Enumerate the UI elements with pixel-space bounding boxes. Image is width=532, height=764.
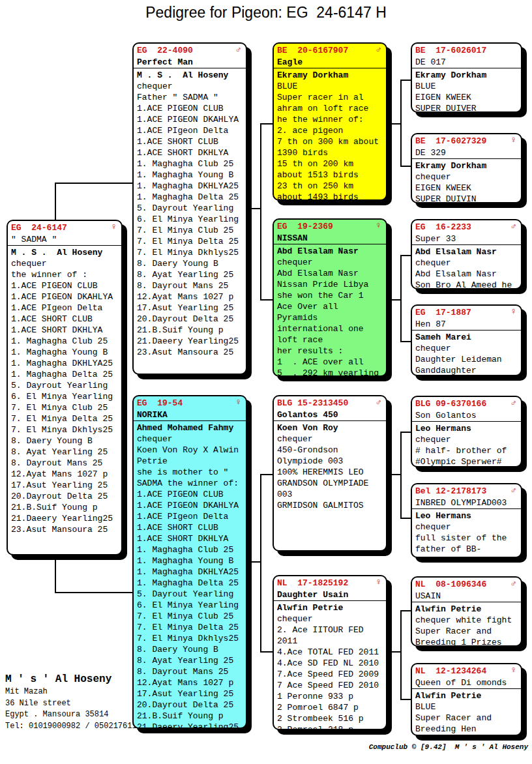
box-body: Leo Hermanschequerfull sister of thefath… (412, 509, 521, 555)
detail-line: Petrie (137, 456, 243, 467)
detail-line: 12.Ayat Mans 1027 p (137, 677, 243, 688)
detail-line: 8. Daery Young B (11, 435, 118, 447)
detail-line: 2 Pomroel 218 p (277, 724, 383, 730)
connector-line (400, 166, 411, 167)
detail-line: 1.ACE PIgeon Delta (137, 125, 243, 136)
ring-number: Bel 12-2178173 (415, 485, 518, 497)
detail-line: BLUE (415, 81, 518, 92)
detail-line: Abd Elsalam Nasr (415, 269, 518, 280)
detail-line: 21.Daeery Yearling25 (137, 336, 243, 347)
detail-line: 7. El Minya Delta 25 (11, 413, 118, 424)
detail-line: chequer (415, 343, 518, 354)
breeder-name: Abd Elsalam Nasr (277, 246, 383, 257)
detail-line: chequer (277, 613, 383, 624)
connector-line (400, 80, 402, 167)
detail-line: 1. Maghagha DKHLYA25 (137, 181, 243, 192)
ring-number: EG 22-4090 (137, 44, 243, 57)
box-body: Alwfin Petriechequer2. Ace IITOUR FED201… (274, 601, 386, 730)
detail-line: 20.Dayrout Delta 25 (11, 491, 118, 502)
pedigree-box-sd: EG 19-2369♀NISSANAbd Elsalam Nasrchequer… (273, 218, 387, 377)
breeder-name: Leo Hermans (415, 423, 518, 434)
box-header: EG 22-4090♂Perfect Man (134, 44, 246, 68)
detail-line: 6. El Minya Yearling (137, 214, 243, 225)
detail-line: 4.Ace TOTAL FED 2011 (277, 647, 383, 658)
pedigree-box-ssd: BE 17-6027329♀DE 329Ekramy Dorkhamcheque… (411, 133, 522, 203)
detail-line: 1. Maghagha Delta 25 (137, 578, 243, 589)
box-body: Ekramy DorkhamBLUESuper racer in alahram… (274, 68, 386, 201)
detail-line: GRANDSON OLYMPIADE (277, 478, 383, 489)
box-header: BE 17-6026017DE 017 (412, 44, 521, 68)
detail-line: loft race (277, 334, 383, 345)
detail-line: Son Bro Al Ameed he (415, 280, 518, 289)
detail-line: 21.B.Suif Young p (137, 711, 243, 722)
detail-line: 8. Dayrout Mans 25 (137, 280, 243, 291)
detail-line: 7 th on 300 km about (277, 136, 383, 147)
detail-line: chequer (415, 434, 518, 445)
detail-line: 1. Maghagha DKHLYA25 (11, 358, 118, 369)
breeder-name: Ahmed Mohamed Fahmy (137, 422, 243, 433)
detail-line: 1. Maghagha Young B (11, 347, 118, 358)
box-header: EG 24-6147♀" SADMA " (8, 221, 121, 246)
detail-line: 6. El Minya Yearling (11, 391, 118, 402)
detail-line: GRMIDSON GALMITOS (277, 500, 383, 511)
box-header: BE 17-6027329♀DE 329 (412, 134, 521, 159)
detail-line: 7 Ace Speed FED 2010 (277, 680, 383, 691)
box-header: EG 19-2369♀NISSAN (274, 220, 386, 244)
detail-line: 2. Ace IITOUR FED (277, 624, 383, 636)
detail-line: 4.Ace SD FED NL 2010 (277, 658, 383, 669)
pigeon-name: Perfect Man (137, 57, 243, 68)
detail-line: 7. El Minya Club 25 (11, 402, 118, 413)
detail-line: chequer (137, 81, 243, 92)
detail-line: SUPER DUIVIN (415, 194, 518, 203)
detail-line: he the winner of: (277, 114, 383, 125)
pigeon-name: NISSAN (277, 233, 383, 244)
connector-line (387, 123, 401, 125)
breeder-name: Alwfin Petrie (277, 602, 383, 613)
detail-line: 2. ace pigeon (277, 125, 383, 136)
detail-line: 1. Maghagha Young B (137, 169, 243, 181)
detail-line: 7. El Minya Delta 25 (137, 622, 243, 633)
connector-line (260, 651, 273, 653)
detail-line: 1.ACE SHORT CLUB (11, 314, 118, 325)
male-icon: ♂ (511, 579, 516, 588)
detail-line: 1.ACE PIGEON DKAHLYA (137, 114, 243, 125)
connector-line (400, 699, 411, 700)
box-header: EG 19-54♀NORIKA (134, 396, 246, 421)
detail-line: Breeding 1 Prizes (415, 637, 518, 647)
detail-line: 7.Ace Speed FED 2009 (277, 669, 383, 680)
detail-line: full sister of the (415, 533, 518, 544)
detail-line: 21.Daeery Yearling25 (137, 722, 243, 729)
pigeon-name: NORIKA (137, 409, 243, 420)
pedigree-box-dds: NL 08-1096346♂USAINAlwfin Petriechequer … (411, 576, 522, 647)
connector-line (55, 183, 56, 221)
owner-address-line: 36 Nile street (5, 698, 146, 710)
box-body: Ahmed Mohamed FahmychequerKoen Von Roy X… (134, 421, 246, 729)
detail-line: 8. Ayat Yearling 25 (11, 447, 118, 458)
detail-line: 450-Grondson (277, 445, 383, 456)
detail-line: Pyramids (277, 312, 383, 323)
female-icon: ♀ (511, 136, 516, 145)
detail-line: 8. Ayat Yearling 25 (137, 269, 243, 280)
box-body: M . S . Al Hosenychequerthe winner of :1… (8, 246, 121, 535)
detail-line: 1 Peronne 933 p (277, 691, 383, 702)
box-body: Ekramy DorkhamBLUEEIGEN KWEEKSUPER DUIVE… (412, 68, 521, 113)
detail-line: Super racer in al (277, 92, 383, 103)
box-header: BLG 15-2313450♂Golantos 450 (274, 396, 386, 421)
software-credit: Compuclub © [9.42] M ' s ' Al Hoseny (369, 743, 528, 751)
detail-line: the winner of : (11, 269, 118, 280)
breeder-name: M . S . Al Hoseny (11, 247, 118, 258)
connector-line (400, 432, 411, 433)
detail-line: her results : (277, 345, 383, 357)
detail-line: 1. Maghagha Young B (137, 555, 243, 566)
connector-line (260, 474, 261, 653)
detail-line: 7. El Minya Dkhlys25 (137, 633, 243, 644)
pigeon-name: Son Golantos (415, 410, 518, 421)
detail-line: 7. El Minya Club 25 (137, 225, 243, 236)
box-body: M . S . Al HosenychequerFather " SADMA "… (134, 68, 246, 358)
female-icon: ♀ (111, 222, 117, 231)
connector-line (55, 592, 134, 593)
detail-line: 21.Daeery Yearling25 (11, 513, 118, 524)
detail-line: EIGEN KWEEK (415, 92, 518, 103)
detail-line: 21.B.Suif Young p (137, 325, 243, 336)
breeder-name: Koen Von Roy (277, 422, 383, 433)
